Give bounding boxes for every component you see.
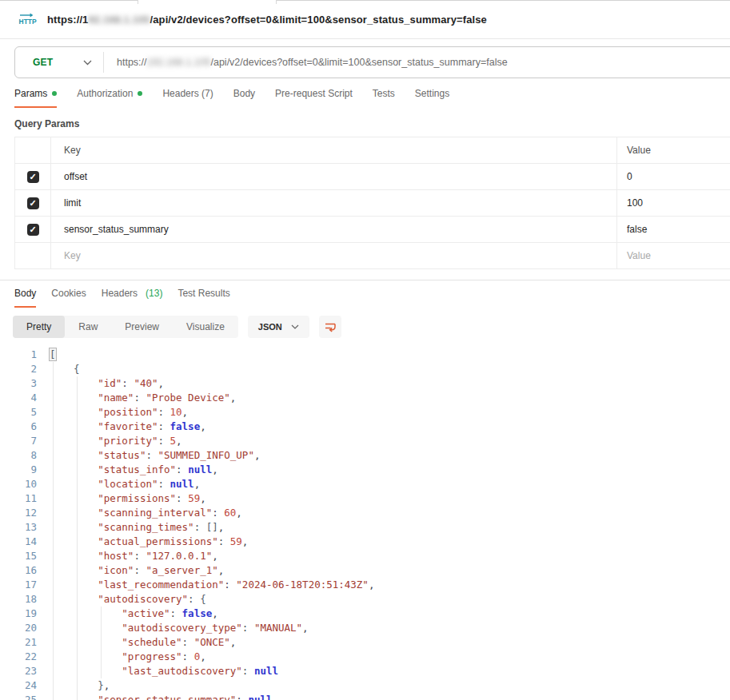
response-body-editor[interactable]: 1234567891011121314151617181920212223242… [0,348,730,700]
tab-settings[interactable]: Settings [415,88,449,108]
tab-tests[interactable]: Tests [373,88,395,108]
beautify-button[interactable] [319,316,341,338]
green-dot-icon [138,91,142,96]
code-line: "name": "Probe Device", [50,391,374,405]
line-number: 7 [0,434,37,448]
tab-label: Headers [102,288,138,299]
url-prefix: https:// [117,57,147,68]
tab-params[interactable]: Params [14,88,57,108]
value-header: Value [617,137,730,163]
code-line: "autodiscovery_type": "MANUAL", [50,621,374,635]
tab-strip-line [277,0,730,1]
green-dot-icon [52,91,57,96]
response-tabs: Body Cookies Headers(13) Test Results [14,288,730,308]
title-url-redacted: 92.168.1.105 [88,14,150,26]
http-request-icon: HTTP [18,13,38,26]
tab-pre-request-script[interactable]: Pre-request Script [275,88,353,108]
tab-label: Body [14,288,36,299]
code-line: "schedule": "ONCE", [50,635,374,650]
line-number: 8 [0,448,37,463]
line-number: 18 [0,592,37,607]
view-mode-visualize[interactable]: Visualize [173,316,238,338]
format-selector[interactable]: JSON [248,316,309,338]
request-title: https://192.168.1.105/api/v2/devices?off… [47,14,487,26]
view-mode-pretty[interactable]: Pretty [13,316,65,338]
checkbox-cell: ✓ [15,190,51,216]
param-key[interactable]: limit [51,190,617,216]
tab-label: Settings [415,88,449,99]
tab-label: Headers (7) [162,88,213,99]
response-tab-body[interactable]: Body [14,288,36,308]
line-number: 19 [0,607,37,621]
param-key[interactable]: offset [51,164,617,189]
line-number: 16 [0,563,37,578]
divider [103,52,104,73]
param-value-placeholder[interactable]: Value [617,243,730,268]
code-line: "scanning_times": [], [50,520,374,535]
line-number: 14 [0,535,37,549]
chevron-down-icon [291,324,299,329]
param-value[interactable]: 0 [617,164,730,189]
tab-label: Pre-request Script [275,88,353,99]
code-line: "active": false, [50,607,374,621]
response-tab-test-results[interactable]: Test Results [178,288,229,308]
view-mode-raw[interactable]: Raw [65,316,111,338]
param-checkbox[interactable]: ✓ [27,197,39,209]
code-line: "last_recommendation": "2024-06-18T20:51… [50,578,374,592]
query-params-table: Key Value ✓ offset 0 ✓ limit 100 ✓ senso… [14,137,730,269]
param-row-empty: Key Value [15,243,730,269]
method-selector[interactable]: GET [15,57,103,68]
response-section-divider [0,280,730,280]
key-header: Key [51,137,617,163]
param-key[interactable]: sensor_status_summary [51,217,617,242]
tab-headers[interactable]: Headers (7) [162,88,213,108]
line-number: 21 [0,635,37,650]
code-line: "last_autodiscovery": null [50,664,374,678]
param-value[interactable]: 100 [617,190,730,216]
response-tab-cookies[interactable]: Cookies [51,288,86,308]
request-tabs: Params Authorization Headers (7) Body Pr… [14,88,730,108]
url-input[interactable]: https://192.168.1.105/api/v2/devices?off… [117,57,508,68]
code-line: "host": "127.0.0.1", [50,549,374,563]
code-line: "icon": "a_server_1", [50,563,374,578]
line-number: 2 [0,362,37,376]
code-line: "location": null, [50,477,374,491]
code-line: "status_info": null, [50,463,374,477]
headers-count: (13) [146,288,162,299]
method-label: GET [33,57,53,68]
line-number: 13 [0,520,37,535]
tab-label: Test Results [178,288,229,299]
line-number: 9 [0,463,37,477]
url-bar: GET https://192.168.1.105/api/v2/devices… [14,46,730,78]
tab-strip-edge [276,0,277,4]
param-row-limit: ✓ limit 100 [15,190,730,217]
tab-body[interactable]: Body [233,88,255,108]
view-mode-preview[interactable]: Preview [111,316,173,338]
url-suffix: /api/v2/devices?offset=0&limit=100&senso… [210,57,507,68]
response-code-lines: [ { "id": "40", "name": "Probe Device", … [50,348,374,700]
tab-strip-line [0,0,138,1]
postman-request-view: { "icons": { "check": "✓" }, "header": {… [0,0,730,700]
param-key-placeholder[interactable]: Key [51,243,617,268]
tab-strip-edge [138,0,138,4]
tab-authorization[interactable]: Authorization [77,88,142,108]
request-header: HTTP https://192.168.1.105/api/v2/device… [0,0,730,39]
line-number: 17 [0,578,37,592]
beautify-icon [324,320,337,333]
param-checkbox[interactable]: ✓ [27,171,39,183]
code-line: { [50,362,374,376]
code-line: "actual_permissions": 59, [50,535,374,549]
param-checkbox[interactable]: ✓ [27,224,39,236]
response-code-gutter: 1234567891011121314151617181920212223242… [0,348,37,700]
code-line: "autodiscovery": { [50,592,374,607]
code-line: "progress": 0, [50,650,374,664]
param-value[interactable]: false [617,217,730,242]
code-line: [ [50,348,374,362]
tab-label: Cookies [51,288,86,299]
checkbox-cell: ✓ [15,217,51,242]
response-tab-headers[interactable]: Headers(13) [102,288,163,308]
line-number: 20 [0,621,37,635]
line-number: 15 [0,549,37,563]
code-line: "position": 10, [50,405,374,420]
chevron-down-icon [83,60,92,66]
